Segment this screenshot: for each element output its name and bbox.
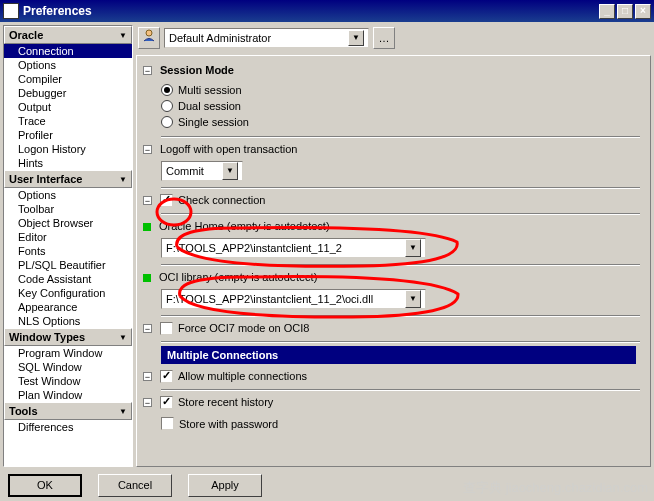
collapse-icon[interactable]: − [143, 196, 152, 205]
session-mode-option: Multi session [178, 84, 242, 96]
force-oci7-checkbox[interactable] [160, 322, 173, 335]
chevron-down-icon: ▼ [119, 31, 127, 40]
admin-select[interactable]: Default Administrator ▼ [164, 28, 369, 48]
tree-item[interactable]: Debugger [4, 86, 132, 100]
minimize-button[interactable]: _ [599, 4, 615, 19]
tree-item[interactable]: Options [4, 58, 132, 72]
maximize-button[interactable]: □ [617, 4, 633, 19]
session-mode-radio[interactable] [161, 100, 173, 112]
session-mode-radio[interactable] [161, 84, 173, 96]
tree-item[interactable]: Appearance [4, 300, 132, 314]
tree-item[interactable]: Plan Window [4, 388, 132, 402]
check-connection-checkbox[interactable] [160, 194, 173, 207]
tree-item[interactable]: Trace [4, 114, 132, 128]
chevron-down-icon: ▼ [405, 290, 421, 308]
oracle-home-combo[interactable]: ▼ [161, 238, 426, 258]
tree-item[interactable]: Differences [4, 420, 132, 434]
tree-item[interactable]: Logon History [4, 142, 132, 156]
tree-item[interactable]: Compiler [4, 72, 132, 86]
oci-library-label: OCI library (empty is autodetect) [159, 271, 317, 283]
tree-item[interactable]: Test Window [4, 374, 132, 388]
tree-item[interactable]: Key Configuration [4, 286, 132, 300]
tree-header[interactable]: Window Types▼ [4, 328, 132, 346]
session-mode-option: Dual session [178, 100, 241, 112]
tree-item[interactable]: Profiler [4, 128, 132, 142]
session-mode-option: Single session [178, 116, 249, 128]
admin-icon [142, 28, 156, 42]
multiple-connections-header: Multiple Connections [161, 346, 636, 364]
window-buttons: _ □ × [599, 4, 651, 19]
apply-button[interactable]: Apply [188, 474, 262, 497]
tree-item[interactable]: Hints [4, 156, 132, 170]
tree-item[interactable]: PL/SQL Beautifier [4, 258, 132, 272]
chevron-down-icon: ▼ [119, 333, 127, 342]
settings-panel: − Session Mode Multi sessionDual session… [136, 55, 651, 467]
collapse-icon[interactable]: − [143, 398, 152, 407]
tree-item[interactable]: SQL Window [4, 360, 132, 374]
chevron-down-icon: ▼ [119, 407, 127, 416]
category-tree[interactable]: Oracle▼ConnectionOptionsCompilerDebugger… [3, 25, 133, 467]
tree-header[interactable]: User Interface▼ [4, 170, 132, 188]
changed-marker-icon [143, 274, 151, 282]
session-mode-title: Session Mode [160, 64, 640, 76]
cancel-button[interactable]: Cancel [98, 474, 172, 497]
collapse-icon[interactable]: − [143, 324, 152, 333]
collapse-icon[interactable]: − [143, 145, 152, 154]
tree-item[interactable]: Toolbar [4, 202, 132, 216]
store-password-checkbox[interactable] [161, 417, 174, 430]
oracle-home-label: Oracle Home (empty is autodetect) [159, 220, 330, 232]
window-title: Preferences [23, 4, 92, 18]
session-mode-radio[interactable] [161, 116, 173, 128]
admin-icon-button[interactable] [138, 27, 160, 49]
logoff-value [162, 163, 222, 179]
chevron-down-icon: ▼ [348, 30, 364, 46]
tree-header[interactable]: Oracle▼ [4, 26, 132, 44]
chevron-down-icon: ▼ [405, 239, 421, 257]
collapse-icon[interactable]: − [143, 372, 152, 381]
titlebar: Preferences _ □ × [0, 0, 654, 22]
close-button[interactable]: × [635, 4, 651, 19]
tree-item[interactable]: NLS Options [4, 314, 132, 328]
store-recent-checkbox[interactable] [160, 396, 173, 409]
allow-multiple-checkbox[interactable] [160, 370, 173, 383]
store-recent-label: Store recent history [178, 396, 273, 408]
force-oci7-label: Force OCI7 mode on OCI8 [178, 322, 309, 334]
chevron-down-icon: ▼ [222, 162, 238, 180]
logoff-combo[interactable]: ▼ [161, 161, 243, 181]
changed-marker-icon [143, 223, 151, 231]
logoff-label: Logoff with open transaction [160, 143, 297, 155]
chevron-down-icon: ▼ [119, 175, 127, 184]
collapse-icon[interactable]: − [143, 66, 152, 75]
store-password-label: Store with password [179, 418, 278, 430]
oracle-home-input[interactable] [162, 240, 405, 256]
tree-item[interactable]: Program Window [4, 346, 132, 360]
tree-item[interactable]: Code Assistant [4, 272, 132, 286]
tree-item[interactable]: Output [4, 100, 132, 114]
tree-item[interactable]: Options [4, 188, 132, 202]
tree-item[interactable]: Editor [4, 230, 132, 244]
app-icon [3, 3, 19, 19]
check-connection-label: Check connection [178, 194, 265, 206]
more-button[interactable]: … [373, 27, 395, 49]
allow-multiple-label: Allow multiple connections [178, 370, 307, 382]
oci-library-combo[interactable]: ▼ [161, 289, 426, 309]
svg-point-0 [146, 30, 152, 36]
tree-item[interactable]: Connection [4, 44, 132, 58]
tree-item[interactable]: Object Browser [4, 216, 132, 230]
tree-item[interactable]: Fonts [4, 244, 132, 258]
admin-select-value: Default Administrator [169, 32, 271, 44]
tree-header[interactable]: Tools▼ [4, 402, 132, 420]
oci-library-input[interactable] [162, 291, 405, 307]
ok-button[interactable]: OK [8, 474, 82, 497]
